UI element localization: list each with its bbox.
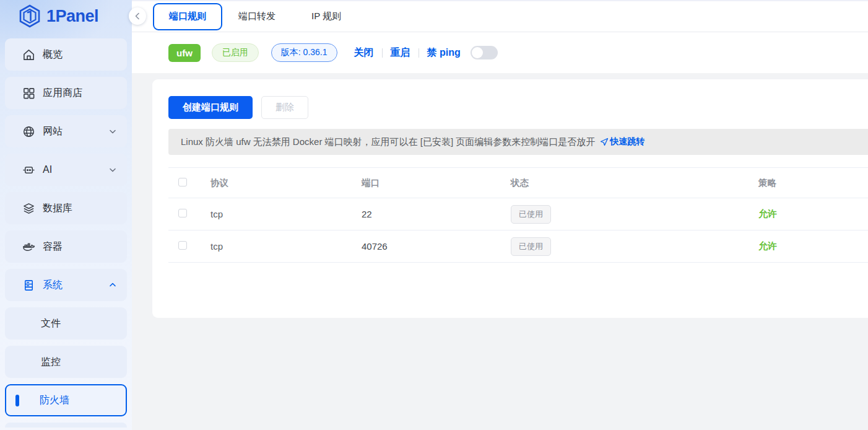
tab-label: 端口规则 [169, 11, 206, 22]
divider [419, 48, 419, 58]
sidebar-item-website[interactable]: 网站 [5, 115, 127, 147]
create-port-rule-button[interactable]: 创建端口规则 [168, 96, 253, 119]
status-badge: 已使用 [511, 237, 551, 256]
sidebar-item-label: 系统 [43, 279, 101, 292]
sidebar-item-partial[interactable] [5, 423, 127, 428]
notice-text: Linux 防火墙 ufw 无法禁用 Docker 端口映射，应用可以在 [已安… [181, 136, 595, 148]
sidebar-item-system[interactable]: 系统 [5, 269, 127, 301]
disable-ping-label: 禁 ping [427, 46, 461, 59]
quick-jump-label: 快速跳转 [610, 136, 644, 147]
sidebar-collapse-button[interactable] [129, 7, 146, 25]
toolbar: 创建端口规则 删除 [168, 96, 868, 119]
firewall-name-badge: ufw [168, 44, 201, 62]
sidebar-item-label: 监控 [41, 356, 117, 369]
sidebar: 1Panel 概览 应用商店 网站 [0, 0, 132, 430]
home-icon [22, 48, 35, 61]
delete-button[interactable]: 删除 [261, 96, 308, 119]
column-header-status: 状态 [511, 177, 758, 189]
cell-protocol: tcp [210, 241, 362, 252]
cell-protocol: tcp [210, 209, 362, 219]
sidebar-item-app-store[interactable]: 应用商店 [5, 77, 127, 109]
cell-port: 22 [362, 209, 511, 219]
sidebar-item-label: 数据库 [43, 202, 117, 215]
sidebar-item-database[interactable]: 数据库 [5, 192, 127, 224]
port-rules-card: 创建端口规则 删除 Linux 防火墙 ufw 无法禁用 Docker 端口映射… [152, 79, 868, 318]
sidebar-item-label: 应用商店 [43, 87, 117, 100]
table-header-row: 协议 端口 状态 策略 [168, 167, 868, 198]
cell-port: 40726 [362, 241, 511, 252]
select-all-checkbox[interactable] [178, 178, 187, 186]
globe-icon [22, 125, 35, 138]
restart-firewall-link[interactable]: 重启 [391, 46, 410, 59]
tab-label: 端口转发 [238, 11, 276, 21]
tab-ip-rules[interactable]: IP 规则 [311, 11, 341, 22]
brand-logo[interactable]: 1Panel [0, 0, 132, 32]
sidebar-item-label: 网站 [43, 125, 101, 138]
close-firewall-link[interactable]: 关闭 [354, 46, 374, 59]
sidebar-item-label: 概览 [43, 48, 117, 61]
cell-policy: 允许 [758, 208, 868, 220]
sidebar-item-container[interactable]: 容器 [5, 230, 127, 263]
sidebar-item-files[interactable]: 文件 [5, 307, 127, 340]
row-checkbox[interactable] [178, 241, 187, 250]
cell-policy: 允许 [758, 240, 868, 252]
chevron-down-icon [108, 165, 117, 174]
version-badge: 版本: 0.36.1 [271, 43, 337, 62]
tab-port-rules[interactable]: 端口规则 [153, 3, 222, 30]
port-rules-table: 协议 端口 状态 策略 tcp 22 已使用 允许 tcp 40726 已使用 … [168, 167, 868, 263]
tab-bar: 端口规则 端口转发 IP 规则 [132, 0, 868, 32]
docker-icon [22, 240, 35, 253]
firewall-status-bar: ufw 已启用 版本: 0.36.1 关闭 重启 禁 ping [132, 32, 868, 73]
navigation-icon [600, 138, 609, 146]
ping-toggle[interactable] [471, 46, 498, 59]
docker-notice-banner: Linux 防火墙 ufw 无法禁用 Docker 端口映射，应用可以在 [已安… [168, 129, 868, 155]
server-icon [22, 279, 35, 292]
row-checkbox[interactable] [178, 209, 187, 217]
table-row: tcp 22 已使用 允许 [168, 198, 868, 230]
sidebar-item-overview[interactable]: 概览 [5, 38, 127, 71]
page-background [132, 318, 868, 430]
column-header-policy: 策略 [758, 177, 868, 189]
1panel-logo-icon [19, 4, 41, 28]
sidebar-item-firewall[interactable]: 防火墙 [5, 384, 127, 416]
sidebar-item-monitoring[interactable]: 监控 [5, 346, 127, 378]
main-area: 端口规则 端口转发 IP 规则 ufw 已启用 版本: 0.36.1 关闭 重启… [132, 0, 868, 430]
toggle-knob [472, 47, 483, 58]
chevron-up-icon [108, 281, 117, 289]
column-header-port: 端口 [362, 177, 511, 189]
active-indicator [15, 395, 19, 406]
table-row: tcp 40726 已使用 允许 [168, 230, 868, 263]
tab-label: IP 规则 [311, 11, 341, 21]
divider [382, 48, 383, 58]
brand-name: 1Panel [46, 7, 98, 26]
sidebar-item-label: 防火墙 [40, 394, 116, 407]
enabled-status-badge: 已启用 [212, 43, 259, 62]
chevron-down-icon [108, 127, 117, 136]
chevron-left-icon [134, 12, 141, 20]
layers-icon [22, 202, 35, 215]
sidebar-item-label: 文件 [41, 317, 117, 330]
sidebar-item-label: AI [43, 164, 101, 175]
status-badge: 已使用 [511, 205, 551, 224]
column-header-protocol: 协议 [210, 177, 362, 189]
section-gap [132, 73, 868, 79]
sidebar-nav: 概览 应用商店 网站 AI [0, 32, 132, 428]
sidebar-item-label: 容器 [43, 240, 117, 253]
tab-port-forwarding[interactable]: 端口转发 [238, 11, 276, 22]
sidebar-item-ai[interactable]: AI [5, 154, 127, 186]
robot-icon [22, 164, 35, 177]
grid-icon [22, 87, 35, 100]
quick-jump-link[interactable]: 快速跳转 [600, 136, 644, 147]
